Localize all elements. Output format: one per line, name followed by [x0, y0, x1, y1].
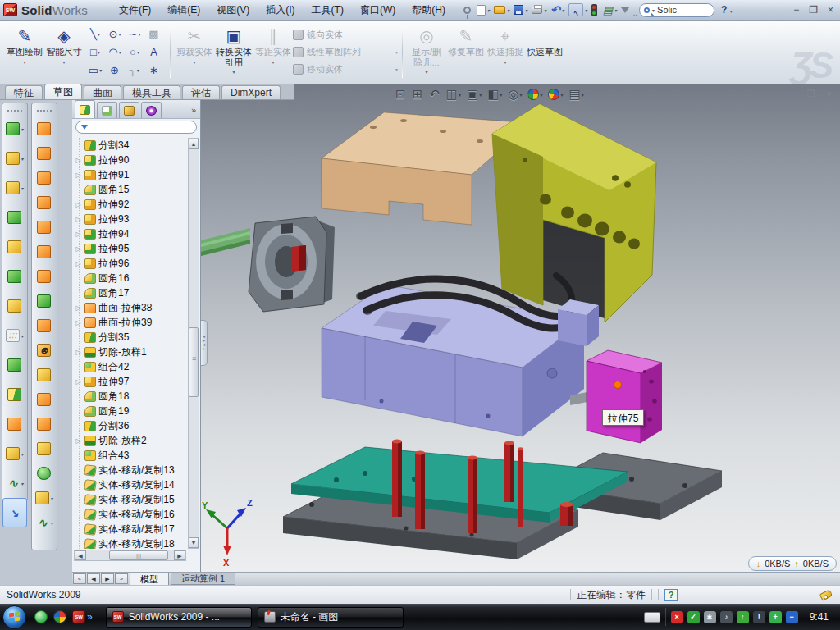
pane-splitter-handle[interactable]: ◂▸◂▸: [201, 320, 208, 366]
scrollbar-thumb[interactable]: |||: [109, 550, 168, 560]
expand-arrow[interactable]: ▷: [75, 378, 82, 386]
menu-item[interactable]: 插入(I): [258, 0, 303, 20]
launch-solidworks-icon[interactable]: SW: [72, 610, 85, 623]
launch-media-icon[interactable]: [53, 610, 66, 623]
ime-keyboard-icon[interactable]: [644, 612, 660, 623]
revolved-surface-icon[interactable]: [32, 141, 57, 166]
expand-arrow[interactable]: ▷: [75, 349, 82, 356]
scroll-up-button[interactable]: ▲: [189, 139, 199, 149]
tree-item[interactable]: 圆角18: [74, 389, 186, 404]
toolbar-button[interactable]: [590, 2, 600, 18]
offset-entities-button[interactable]: ∥等距实体▾: [253, 23, 293, 81]
zoom-to-area-icon[interactable]: ⊞: [411, 86, 426, 103]
volume-icon[interactable]: ♪: [720, 611, 733, 623]
updater-icon[interactable]: ∗: [704, 611, 716, 623]
zoom-to-fit-icon[interactable]: ⊡: [394, 86, 409, 103]
delete-face-icon[interactable]: ⊗: [32, 338, 57, 363]
tree-item[interactable]: 圆角15: [74, 182, 186, 197]
expand-arrow[interactable]: ▷: [75, 319, 82, 326]
menu-item[interactable]: 工具(T): [304, 0, 352, 20]
command-tab[interactable]: 曲面: [84, 85, 121, 99]
toolbar-button[interactable]: ▾: [492, 2, 511, 18]
boundary-surface-icon[interactable]: [32, 190, 57, 215]
tree-item[interactable]: ▷ 拉伸96: [74, 256, 186, 271]
expand-arrow[interactable]: ▷: [75, 245, 82, 253]
spline-icon[interactable]: ∼▾: [125, 25, 144, 43]
smart-dimension-button[interactable]: ◈智能尺寸▾: [44, 23, 84, 81]
trim-surface-icon[interactable]: [32, 412, 57, 436]
doc-restore-button[interactable]: ❐: [807, 89, 815, 99]
line-icon[interactable]: ╲▾: [85, 25, 105, 43]
search-dropdown-arrow[interactable]: ▾: [652, 7, 655, 13]
tree-item[interactable]: 分割36: [74, 418, 186, 433]
quick-snaps-button[interactable]: ⌖快速捕捉▾: [486, 23, 525, 81]
tree-vertical-scrollbar[interactable]: ▲ ▼: [188, 138, 199, 549]
doc-close-button[interactable]: ×: [827, 89, 832, 99]
hide-show-items-icon[interactable]: ◎▾: [506, 86, 523, 103]
circle-icon[interactable]: ⊙▾: [105, 25, 125, 43]
menu-item[interactable]: 编辑(E): [159, 0, 208, 20]
expand-arrow[interactable]: ▷: [75, 260, 82, 267]
warning-icon[interactable]: !: [753, 611, 765, 623]
previous-view-icon[interactable]: ↶: [427, 86, 442, 103]
scroll-down-button[interactable]: ▼: [189, 537, 199, 548]
search-input[interactable]: Solic: [657, 5, 677, 15]
graphics-area[interactable]: Y Z X ⊡⊞↶◫▾▣▾◧▾◎▾▾▾▤▾ −❐× ◂▸◂▸ 拉伸75 ↓ 0K…: [201, 84, 840, 572]
task-button[interactable]: SWSolidWorks 2009 - ...: [106, 607, 252, 628]
part-core-block[interactable]: [322, 285, 584, 436]
sketch-text-icon[interactable]: A: [144, 43, 164, 62]
offset-surface-icon[interactable]: [32, 289, 57, 313]
expand-arrow[interactable]: ▷: [75, 171, 82, 179]
tab-nav-button[interactable]: ◀: [87, 573, 100, 584]
tree-item[interactable]: ▷ 拉伸91: [74, 167, 186, 182]
start-button[interactable]: [2, 605, 26, 629]
scrollbar-thumb[interactable]: [189, 327, 199, 397]
doc-minimize-button[interactable]: −: [790, 89, 795, 99]
usb-device-icon[interactable]: ↑: [737, 611, 749, 623]
filled-surface-icon[interactable]: [32, 240, 57, 264]
close-button[interactable]: ×: [828, 4, 833, 16]
view-settings-icon[interactable]: ▤▾: [567, 86, 585, 103]
antivirus-shield-icon[interactable]: ✓: [687, 611, 700, 623]
tree-item[interactable]: ▷ 拉伸97: [74, 374, 186, 389]
reference-geometry-icon[interactable]: ▾: [32, 486, 57, 510]
toolbar-button[interactable]: [619, 2, 632, 18]
move-entities-button[interactable]: 移动实体▾: [293, 62, 398, 77]
toolbar-button[interactable]: ▾: [530, 2, 548, 18]
tree-item[interactable]: ▷ 拉伸94: [74, 226, 186, 241]
sketch-picture-icon[interactable]: ▩: [144, 25, 164, 43]
display-delete-relations-button[interactable]: ◎显示/删除几...▾: [407, 23, 446, 81]
thicken-icon[interactable]: [32, 461, 57, 486]
toolbar-button[interactable]: ▾: [601, 2, 619, 18]
view-orientation-icon[interactable]: ▣▾: [465, 86, 483, 103]
expand-arrow[interactable]: ▷: [75, 157, 82, 164]
tag-icon[interactable]: [819, 589, 833, 601]
restore-button[interactable]: ❐: [809, 4, 818, 16]
swept-boss-icon[interactable]: [2, 203, 27, 232]
tree-item[interactable]: ▷ 拉伸95: [74, 241, 186, 256]
tree-item[interactable]: 组合42: [74, 359, 186, 374]
configurationmanager-tab-icon[interactable]: [119, 102, 139, 118]
display-style-icon[interactable]: ◧▾: [486, 86, 504, 103]
launch-messenger-icon[interactable]: [34, 610, 48, 623]
toolbar-button[interactable]: [462, 2, 474, 18]
tree-item[interactable]: 实体-移动/复制16: [74, 507, 186, 522]
replace-face-icon[interactable]: [32, 363, 57, 387]
tree-item[interactable]: 组合43: [74, 448, 186, 463]
tab-nav-button[interactable]: »: [115, 573, 128, 584]
command-tab[interactable]: 模具工具: [123, 85, 180, 99]
tree-item[interactable]: 实体-移动/复制15: [74, 492, 186, 507]
linear-sketch-pattern-button[interactable]: 线性草图阵列▾: [293, 45, 398, 60]
tree-item[interactable]: ▷ 曲面-拉伸39: [74, 315, 186, 330]
freeform-icon[interactable]: [32, 215, 57, 240]
slot-icon[interactable]: ▭▾: [85, 62, 105, 80]
toolbar-button[interactable]: ▾: [512, 2, 529, 18]
expand-arrow[interactable]: ▷: [75, 216, 82, 223]
arc-icon[interactable]: ◠▾: [105, 43, 125, 62]
polygon-icon[interactable]: ⊕: [105, 62, 125, 80]
expand-arrow[interactable]: ▷: [75, 201, 82, 208]
rib-icon[interactable]: [2, 291, 27, 321]
model-tab[interactable]: 运动算例 1: [171, 573, 235, 585]
reference-geometry-icon[interactable]: ▾: [2, 439, 27, 468]
featuremanager-tab-icon[interactable]: [75, 100, 95, 118]
